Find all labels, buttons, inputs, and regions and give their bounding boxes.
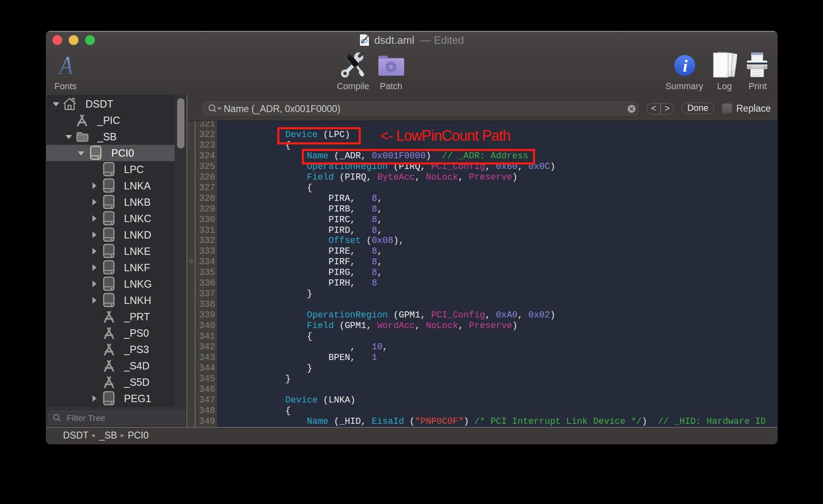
svg-text:i: i bbox=[683, 56, 688, 75]
svg-text:A: A bbox=[58, 50, 73, 79]
